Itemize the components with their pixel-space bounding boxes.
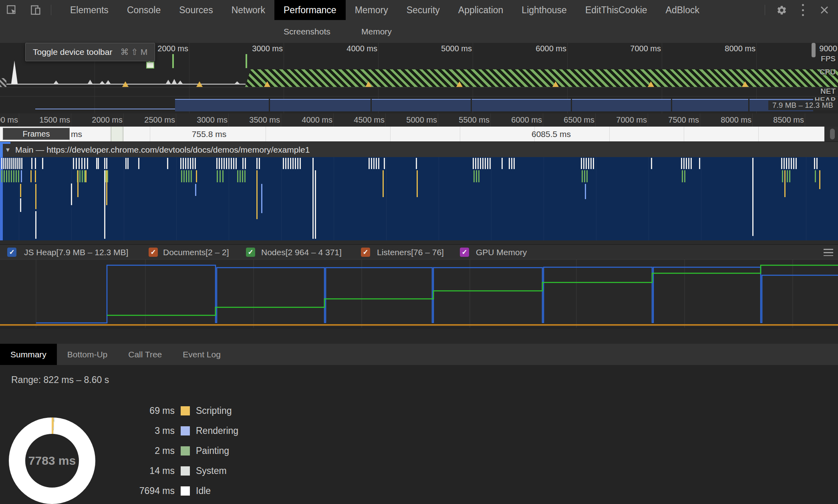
flame-call-column[interactable]: [312, 158, 314, 239]
flame-event-bar[interactable]: [240, 170, 241, 182]
flame-event-bar[interactable]: [224, 158, 225, 169]
flame-event-bar[interactable]: [681, 158, 682, 169]
flame-event-bar[interactable]: [473, 158, 474, 169]
flame-event-bar[interactable]: [502, 158, 503, 169]
flame-call-column[interactable]: [35, 211, 36, 239]
flame-event-bar[interactable]: [482, 158, 483, 169]
counter-checkbox-3[interactable]: ✓: [361, 248, 370, 257]
settings-gear-icon[interactable]: [776, 5, 787, 16]
tab-performance[interactable]: Performance: [274, 0, 346, 20]
flame-event-bar[interactable]: [789, 170, 790, 182]
flame-event-bar[interactable]: [195, 158, 196, 169]
flame-call-column[interactable]: [784, 170, 786, 197]
flame-event-bar[interactable]: [9, 158, 10, 169]
flame-event-bar[interactable]: [21, 170, 22, 182]
flame-event-bar[interactable]: [13, 170, 14, 182]
flame-event-bar[interactable]: [782, 170, 783, 182]
flame-event-bar[interactable]: [84, 158, 85, 169]
flame-event-bar[interactable]: [125, 158, 127, 169]
flame-event-bar[interactable]: [73, 158, 74, 169]
flame-event-bar[interactable]: [584, 170, 585, 182]
flame-event-bar[interactable]: [76, 158, 77, 169]
flame-event-bar[interactable]: [784, 158, 785, 169]
flame-call-column[interactable]: [71, 183, 72, 205]
flame-event-bar[interactable]: [688, 158, 689, 169]
flame-event-bar[interactable]: [477, 158, 479, 169]
flame-event-bar[interactable]: [473, 170, 475, 182]
tab-network[interactable]: Network: [222, 0, 274, 20]
flame-event-bar[interactable]: [485, 158, 486, 169]
flame-event-bar[interactable]: [85, 170, 87, 182]
flame-event-bar[interactable]: [478, 170, 479, 182]
flame-event-bar[interactable]: [793, 158, 794, 169]
memory-counters-chart[interactable]: [0, 259, 838, 328]
flame-call-column[interactable]: [383, 170, 384, 197]
counter-checkbox-0[interactable]: ✓: [7, 248, 16, 257]
flame-event-bar[interactable]: [217, 170, 218, 182]
flame-call-column[interactable]: [20, 184, 21, 197]
flame-event-bar[interactable]: [242, 158, 244, 169]
tab-application[interactable]: Application: [449, 0, 513, 20]
flame-event-bar[interactable]: [185, 158, 186, 169]
flame-event-bar[interactable]: [684, 170, 685, 182]
tab-console[interactable]: Console: [118, 0, 170, 20]
flame-call-column[interactable]: [819, 170, 820, 189]
flame-call-column[interactable]: [106, 170, 107, 205]
main-track-header[interactable]: ▼ Main — https://developer.chrome.com/de…: [0, 141, 838, 157]
flame-event-bar[interactable]: [180, 158, 181, 169]
flame-event-bar[interactable]: [221, 158, 222, 169]
flame-call-column[interactable]: [752, 158, 753, 236]
flame-event-bar[interactable]: [699, 158, 700, 169]
flame-event-bar[interactable]: [786, 158, 787, 169]
flame-call-column[interactable]: [256, 170, 258, 219]
counter-checkbox-4[interactable]: ✓: [460, 248, 469, 257]
flame-event-bar[interactable]: [796, 158, 797, 169]
flame-event-bar[interactable]: [7, 158, 8, 169]
tab-security[interactable]: Security: [397, 0, 449, 20]
flame-event-bar[interactable]: [226, 158, 227, 169]
flame-event-bar[interactable]: [11, 170, 12, 182]
flame-event-bar[interactable]: [480, 158, 481, 169]
flame-call-column[interactable]: [77, 170, 79, 197]
flame-event-bar[interactable]: [191, 170, 192, 182]
counter-checkbox-2[interactable]: ✓: [246, 248, 255, 257]
flame-event-bar[interactable]: [593, 158, 594, 169]
flame-event-bar[interactable]: [167, 158, 168, 169]
flame-event-bar[interactable]: [788, 158, 790, 169]
flame-event-bar[interactable]: [242, 170, 243, 182]
flame-event-bar[interactable]: [490, 158, 491, 169]
flame-event-bar[interactable]: [18, 170, 19, 182]
flame-event-bar[interactable]: [686, 158, 687, 169]
flame-event-bar[interactable]: [187, 158, 189, 169]
flame-event-bar[interactable]: [1, 170, 2, 182]
counter-checkbox-1[interactable]: ✓: [149, 248, 158, 257]
frames-track[interactable]: Frames ms 755.8 ms6085.5 ms: [0, 127, 838, 141]
flame-event-bar[interactable]: [5, 158, 6, 169]
flame-call-column[interactable]: [261, 184, 262, 213]
flame-event-bar[interactable]: [509, 158, 510, 169]
flame-event-bar[interactable]: [371, 158, 372, 169]
flame-event-bar[interactable]: [183, 170, 185, 182]
flame-event-bar[interactable]: [376, 158, 377, 169]
flame-event-bar[interactable]: [87, 158, 88, 169]
tab-memory[interactable]: Memory: [346, 0, 397, 20]
flame-event-bar[interactable]: [81, 158, 83, 169]
counters-menu-icon[interactable]: [824, 249, 833, 256]
flame-event-bar[interactable]: [228, 158, 230, 169]
flame-event-bar[interactable]: [181, 170, 182, 182]
flame-event-bar[interactable]: [384, 158, 385, 169]
details-tab-bottom-up[interactable]: Bottom-Up: [57, 344, 118, 365]
flame-event-bar[interactable]: [787, 170, 788, 182]
flame-event-bar[interactable]: [35, 158, 36, 169]
flame-event-bar[interactable]: [8, 170, 10, 182]
flame-event-bar[interactable]: [588, 158, 589, 169]
flame-call-column[interactable]: [585, 184, 586, 199]
flame-event-bar[interactable]: [233, 158, 234, 169]
flame-event-bar[interactable]: [475, 158, 476, 169]
flame-event-bar[interactable]: [297, 158, 298, 169]
flame-event-bar[interactable]: [416, 158, 417, 169]
flame-event-bar[interactable]: [3, 158, 4, 169]
more-options-icon[interactable]: [801, 4, 804, 16]
flame-event-bar[interactable]: [79, 158, 80, 169]
flame-event-bar[interactable]: [511, 158, 512, 169]
